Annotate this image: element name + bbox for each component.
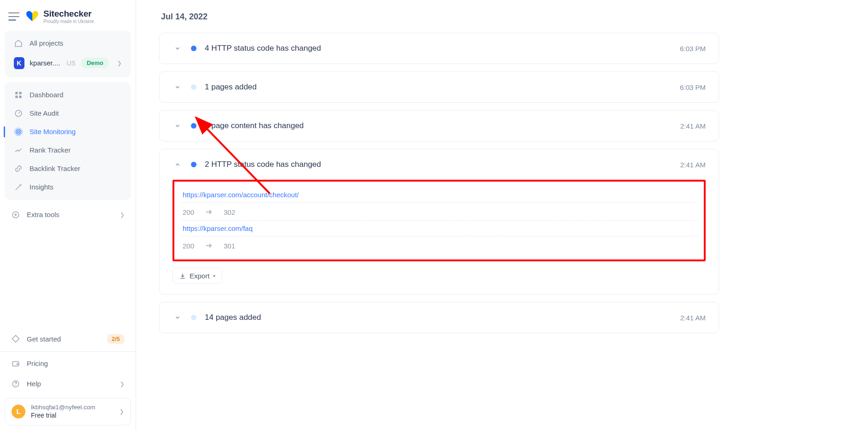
link-icon (14, 164, 23, 173)
projects-card: All projects K kparser.... US Demo ❯ (5, 30, 131, 77)
detail-url-row: https://kparser.com/faq (181, 221, 697, 236)
divider (0, 351, 136, 352)
detail-url-link[interactable]: https://kparser.com/faq (183, 224, 253, 232)
event-time: 2:41 AM (680, 314, 706, 322)
sidebar-item-pricing[interactable]: Pricing (5, 353, 131, 374)
chevron-right-icon: ❯ (117, 60, 122, 66)
sidebar-item-label: Get started (27, 335, 101, 343)
sidebar-item-label: Dashboard (30, 91, 122, 99)
detail-status-row: 200301 (181, 236, 697, 254)
sidebar-item-dashboard[interactable]: Dashboard (8, 86, 127, 104)
brand-logo[interactable]: Sitechecker Proudly made in Ukraine (26, 9, 94, 24)
chevron-down-icon (172, 312, 183, 323)
brand-name: Sitechecker (43, 9, 94, 19)
chevron-right-icon: ❯ (120, 381, 125, 387)
sidebar-item-label: Pricing (27, 359, 125, 367)
event-title: 14 pages added (205, 313, 261, 322)
sidebar-item-label: Help (27, 380, 113, 388)
detail-status-row: 200302 (181, 203, 697, 221)
event-time: 6:03 PM (680, 83, 706, 91)
status-dot-icon (191, 84, 196, 90)
brand-tagline: Proudly made in Ukraine (43, 19, 94, 24)
svg-rect-1 (19, 92, 22, 94)
avatar: L (12, 405, 25, 418)
status-from: 200 (183, 208, 194, 216)
svg-point-5 (18, 131, 20, 133)
arrow-right-icon (204, 241, 214, 250)
svg-point-6 (16, 130, 21, 135)
feed-date: Jul 14, 2022 (161, 12, 719, 22)
project-selector[interactable]: K kparser.... US Demo ❯ (8, 53, 127, 74)
compass-icon (11, 334, 20, 343)
help-icon (11, 379, 20, 389)
user-email: lkbhsqfai1@nyfeel.com (31, 404, 95, 412)
chevron-right-icon: ❯ (119, 408, 124, 415)
project-badge: K (14, 57, 24, 69)
status-dot-icon (191, 315, 196, 320)
project-demo-badge: Demo (81, 58, 109, 68)
svg-rect-2 (15, 95, 18, 98)
event-time: 2:41 AM (680, 161, 706, 169)
download-icon (179, 273, 186, 279)
event-title: 1 pages added (205, 82, 257, 92)
gauge-icon (14, 109, 23, 118)
wallet-icon (11, 359, 20, 368)
main-content: Jul 14, 2022 4 HTTP status code has chan… (136, 0, 736, 430)
dashboard-icon (14, 90, 23, 100)
svg-point-11 (17, 363, 18, 364)
sidebar-item-help[interactable]: Help ❯ (5, 374, 131, 394)
annotation-arrow (58, 106, 279, 203)
chevron-right-icon: ❯ (120, 212, 125, 218)
event-card: 4 HTTP status code has changed6:03 PM (159, 33, 719, 64)
progress-badge: 2/5 (107, 334, 125, 344)
plus-circle-icon (11, 210, 20, 219)
event-time: 6:03 PM (680, 45, 706, 53)
caret-down-icon: ▾ (213, 273, 215, 278)
svg-rect-3 (19, 95, 22, 98)
sidebar-item-extra-tools[interactable]: Extra tools ❯ (5, 205, 131, 225)
export-button[interactable]: Export▾ (172, 268, 222, 284)
monitoring-icon (14, 127, 23, 136)
heart-icon (26, 11, 39, 22)
event-card: 14 pages added2:41 AM (159, 302, 719, 333)
sidebar-item-label: All projects (30, 39, 122, 47)
chevron-down-icon (172, 82, 183, 92)
user-menu[interactable]: L lkbhsqfai1@nyfeel.com Free trial ❯ (5, 398, 131, 425)
status-to: 301 (224, 242, 235, 250)
chart-line-icon (14, 146, 23, 155)
svg-rect-9 (12, 336, 19, 342)
menu-icon[interactable] (8, 12, 19, 21)
status-from: 200 (183, 242, 194, 250)
svg-rect-0 (15, 92, 18, 94)
status-dot-icon (191, 46, 196, 51)
event-toggle[interactable]: 4 HTTP status code has changed6:03 PM (160, 33, 719, 64)
sidebar: Sitechecker Proudly made in Ukraine All … (0, 0, 136, 430)
svg-point-13 (15, 385, 16, 386)
magic-wand-icon (14, 183, 23, 192)
event-toggle[interactable]: 14 pages added2:41 AM (160, 302, 719, 333)
event-card: 1 pages added6:03 PM (159, 71, 719, 103)
sidebar-item-get-started[interactable]: Get started 2/5 (5, 329, 131, 349)
brand-row: Sitechecker Proudly made in Ukraine (5, 5, 131, 30)
project-domain: kparser.... (30, 59, 60, 67)
event-toggle[interactable]: 1 pages added6:03 PM (160, 72, 719, 102)
sidebar-item-all-projects[interactable]: All projects (8, 34, 127, 53)
chevron-down-icon (172, 43, 183, 53)
status-to: 302 (224, 208, 235, 216)
arrow-right-icon (204, 207, 214, 217)
event-time: 2:41 AM (680, 122, 706, 130)
project-country: US (66, 59, 75, 67)
home-icon (14, 39, 23, 48)
user-plan: Free trial (31, 412, 95, 420)
svg-line-15 (196, 118, 270, 194)
sidebar-item-label: Extra tools (27, 211, 113, 218)
event-title: 4 HTTP status code has changed (205, 44, 321, 53)
